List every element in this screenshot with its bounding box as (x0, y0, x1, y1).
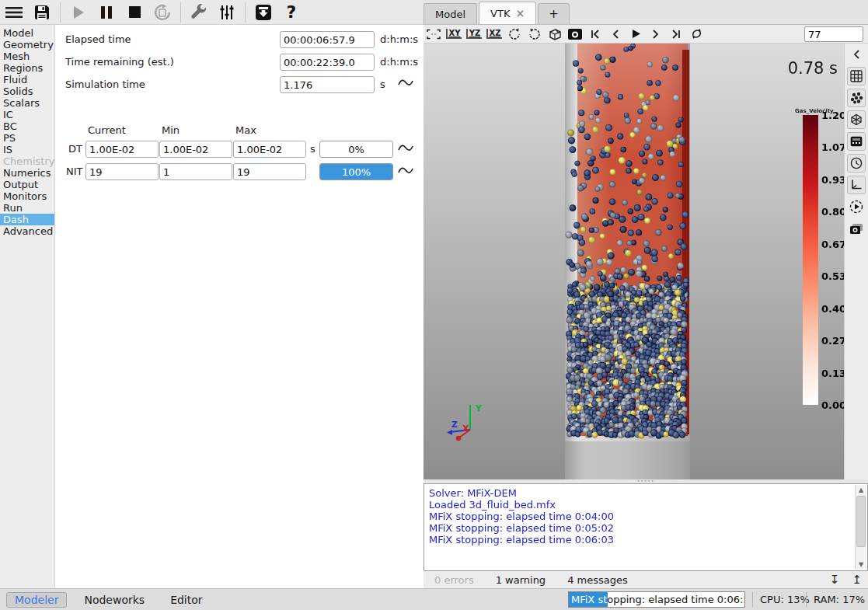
nit-current-input[interactable] (85, 163, 159, 180)
sidebar-item-fluid[interactable]: Fluid (0, 74, 54, 85)
elapsed-time-unit: d:h:m:s (380, 33, 418, 45)
parameters-sliders-icon[interactable] (215, 2, 239, 23)
screenshot-camera-icon[interactable] (566, 26, 584, 42)
close-tab-icon[interactable]: × (515, 7, 525, 19)
sidebar-item-output[interactable]: Output (0, 179, 54, 190)
sidebar-item-ic[interactable]: IC (0, 109, 54, 120)
sidebar-item-ps[interactable]: PS (0, 132, 54, 144)
sidebar-item-scalars[interactable]: Scalars (0, 97, 54, 109)
sidebar-item-advanced[interactable]: Advanced (0, 225, 54, 237)
mode-editor[interactable]: Editor (170, 594, 202, 606)
dt-row-label: DT (68, 143, 82, 155)
colorbar-tick: 1.07 (821, 141, 844, 153)
next-frame-icon[interactable] (647, 26, 664, 42)
scroll-to-bottom-icon[interactable]: ↧ (830, 573, 840, 587)
vtk-3d-viewport[interactable] (424, 44, 844, 479)
clock-icon[interactable] (847, 154, 866, 173)
dt-max-input[interactable] (233, 141, 306, 158)
sidebar-item-chemistry: Chemistry (0, 155, 54, 167)
cpu-usage: CPU: 13% (760, 594, 810, 605)
mode-nodeworks[interactable]: Nodeworks (84, 594, 145, 606)
sidebar-item-model[interactable]: Model (0, 27, 54, 39)
plot-nit-icon[interactable] (397, 164, 414, 176)
scroll-to-top-icon[interactable]: ↥ (852, 573, 862, 587)
sidebar-item-geometry[interactable]: Geometry (0, 39, 54, 51)
col-header-min: Min (162, 124, 180, 136)
toolbar-separator (180, 2, 181, 23)
colorbar-gradient (803, 115, 818, 405)
geometry-icon[interactable] (847, 110, 866, 129)
first-frame-icon[interactable] (587, 26, 604, 42)
plot-dt-icon[interactable] (397, 141, 414, 154)
scroll-thumb[interactable] (856, 496, 866, 547)
tab-vtk[interactable]: VTK× (479, 2, 536, 24)
sidebar-item-bc[interactable]: BC (0, 120, 54, 132)
sidebar-item-monitors[interactable]: Monitors (0, 190, 54, 202)
sidebar-item-dash[interactable]: Dash (0, 214, 54, 225)
stop-icon[interactable] (123, 2, 146, 23)
warnings-count[interactable]: 1 warning (496, 574, 546, 586)
colorbar-tick: 0.27 (821, 335, 844, 347)
time-remaining-unit: d:h:m:s (380, 56, 418, 68)
simulation-time-input[interactable] (280, 76, 375, 93)
tab-label: Model (435, 9, 465, 20)
gas-velocity-colorbar: Gas_Velocity 1.201.070.930.800.670.530.4… (803, 115, 818, 405)
col-header-current: Current (88, 124, 126, 136)
hamburger-menu-icon[interactable] (2, 2, 26, 23)
play-icon[interactable] (67, 2, 90, 23)
colorbar-tick: 0.93 (821, 173, 844, 185)
fit-view-icon[interactable] (425, 26, 442, 42)
elapsed-time-input[interactable] (280, 31, 375, 48)
play-dashed-icon[interactable] (847, 197, 866, 216)
previous-frame-icon[interactable] (607, 26, 624, 42)
sidebar-item-regions[interactable]: Regions (0, 62, 54, 74)
rotate-ccw-icon[interactable] (506, 26, 523, 42)
mode-modeler[interactable]: Modeler (6, 592, 67, 608)
axis-xz-icon[interactable]: XZ (486, 26, 503, 42)
repeat-icon[interactable] (688, 26, 705, 42)
dt-current-input[interactable] (85, 141, 159, 158)
slice-icon[interactable] (847, 132, 866, 151)
sidebar-item-solids[interactable]: Solids (0, 85, 54, 97)
rotate-cw-icon[interactable] (526, 26, 543, 42)
scroll-up-arrow[interactable]: ▲ (856, 485, 866, 495)
scroll-down-arrow[interactable]: ▼ (856, 559, 866, 570)
sidebar-item-mesh[interactable]: Mesh (0, 51, 54, 62)
wrench-settings-icon[interactable] (187, 2, 211, 23)
tab-model[interactable]: Model (424, 3, 477, 24)
perspective-icon[interactable] (546, 26, 563, 42)
errors-count[interactable]: 0 errors (434, 574, 474, 586)
sidebar-item-run[interactable]: Run (0, 202, 54, 214)
update-icon[interactable] (252, 2, 275, 23)
axis-xy-icon[interactable]: XY (445, 26, 462, 42)
dt-min-input[interactable] (159, 141, 232, 158)
message-status-line: 0 errors 1 warning 4 messages ↧ ↥ (424, 571, 868, 588)
frame-number-input[interactable] (804, 26, 863, 42)
axes-icon[interactable] (847, 176, 866, 194)
time-remaining-input[interactable] (280, 54, 375, 71)
new-tab-button[interactable]: + (538, 3, 570, 24)
reset-icon[interactable] (151, 2, 174, 23)
particles-icon[interactable] (847, 89, 866, 107)
plot-simulation-time-icon[interactable] (397, 76, 414, 89)
play-frames-icon[interactable] (627, 26, 644, 42)
last-frame-icon[interactable] (668, 26, 685, 42)
nit-max-input[interactable] (233, 163, 306, 180)
save-icon[interactable] (30, 2, 54, 23)
nit-min-input[interactable] (159, 163, 232, 180)
sidebar-item-is[interactable]: IS (0, 144, 54, 155)
editor-tabbar: ModelVTK×+ (424, 0, 868, 25)
pause-icon[interactable] (95, 2, 118, 23)
messages-count[interactable]: 4 messages (567, 574, 628, 586)
help-icon[interactable]: ? (280, 2, 303, 23)
nit-progress-text: 100% (320, 164, 392, 180)
console-output[interactable]: Solver: MFiX-DEMLoaded 3d_fluid_bed.mfxM… (424, 483, 868, 571)
statusbar-separator (752, 592, 753, 607)
console-scrollbar[interactable]: ▲ ▼ (855, 485, 866, 570)
mesh-grid-icon[interactable] (847, 67, 866, 85)
col-header-max: Max (235, 124, 256, 136)
sidebar-item-numerics[interactable]: Numerics (0, 167, 54, 179)
axis-yz-icon[interactable]: YZ (465, 26, 483, 42)
camera-stack-icon[interactable] (847, 219, 866, 238)
collapse-chevron-icon[interactable] (847, 45, 866, 64)
